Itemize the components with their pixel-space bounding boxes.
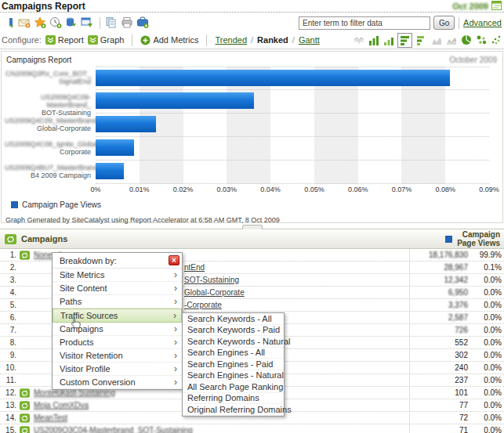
chart-bar-track <box>96 161 489 184</box>
submenu-item[interactable]: Original Referring Domains <box>183 404 284 416</box>
column-chart-icon[interactable] <box>368 34 379 46</box>
save-report-icon[interactable] <box>2 16 16 30</box>
advanced-link[interactable]: Advanced <box>463 18 502 27</box>
breakdown-icon[interactable] <box>20 426 30 433</box>
breakdown-menu-item[interactable]: Paths <box>53 295 182 309</box>
breakdown-icon <box>5 234 16 244</box>
submenu-item[interactable]: Search Engines - Natural <box>183 370 284 382</box>
email-report-icon[interactable] <box>17 16 31 30</box>
breakdown-menu-item[interactable]: Custom Conversion <box>53 376 182 389</box>
chart-bar <box>96 116 156 132</box>
stacked-area-chart-icon[interactable] <box>445 34 457 46</box>
page-views-percent: 0.0% <box>468 426 504 433</box>
campaign-link[interactable]: ntEnd <box>184 263 205 272</box>
breakdown-icon[interactable] <box>20 413 30 423</box>
chart-bar-track <box>96 137 489 161</box>
breakdown-menu-item[interactable]: Traffic Sources <box>53 309 182 323</box>
submenu-item[interactable]: Referring Domains <box>183 393 284 405</box>
page-views-value: 18,176,830 <box>416 251 468 259</box>
add-to-dashboard-icon[interactable] <box>80 16 94 30</box>
submenu-item[interactable]: Search Keywords - Paid <box>183 325 284 337</box>
page-views-value: 12,342 <box>416 276 468 284</box>
breakdown-menu-item[interactable]: Products <box>53 336 182 349</box>
segment-briefcase-icon[interactable] <box>136 16 150 30</box>
horizontal-bar-chart-icon-selected[interactable] <box>397 33 412 48</box>
campaign-link[interactable]: MeanTest <box>34 413 67 422</box>
x-axis-tick-label: 0.08% <box>435 186 455 193</box>
configure-report-button[interactable]: Report <box>45 35 84 45</box>
breakdown-menu-item[interactable]: Campaigns <box>53 323 182 336</box>
page-views-value: 552 <box>416 338 468 347</box>
row-rank: 10. <box>3 363 16 372</box>
page-views-percent: 0.0% <box>468 313 504 322</box>
calendar-icon[interactable] <box>491 0 502 13</box>
campaign-link[interactable]: None <box>34 251 53 259</box>
submenu-arrow-icon <box>174 377 177 388</box>
copy-report-icon[interactable] <box>104 16 118 30</box>
campaign-link[interactable]: Moja ComXDva <box>34 401 89 410</box>
add-metrics-button[interactable]: Add Metrics <box>140 35 198 45</box>
breakdown-menu-item[interactable]: Site Content <box>53 282 182 295</box>
go-button[interactable]: Go <box>433 16 455 30</box>
view-ranked-active[interactable]: Ranked <box>257 35 288 45</box>
view-separator: / <box>292 35 295 45</box>
row-values: 18,176,830 99.9% <box>409 249 504 261</box>
submenu-item[interactable]: Search Keywords - Natural <box>183 336 284 348</box>
column-chart-small-icon[interactable] <box>383 34 394 46</box>
campaign-link[interactable]: Global-Corporate <box>184 288 245 297</box>
campaigns-column-header[interactable]: Campaigns <box>5 234 67 244</box>
export-data-icon[interactable] <box>64 16 78 30</box>
date-range-box[interactable]: Oct 2009 <box>452 0 502 13</box>
submenu-arrow-icon <box>174 350 177 361</box>
filter-input[interactable] <box>299 16 430 30</box>
submenu-item[interactable]: Search Engines - All <box>183 348 284 359</box>
submenu-arrow-icon <box>174 269 177 280</box>
chart-bar-track <box>96 90 489 114</box>
area-chart-icon[interactable] <box>430 34 442 46</box>
view-trended-link[interactable]: Trended <box>215 35 247 45</box>
breakdown-menu-header: Breakdown by: <box>53 253 182 269</box>
row-icon-slot <box>20 388 34 398</box>
horizontal-bar-chart-2-icon[interactable] <box>415 34 427 46</box>
campaign-link[interactable]: SOT-Sustaining <box>184 276 239 284</box>
breakdown-menu-item[interactable]: Visitor Profile <box>53 363 182 376</box>
configure-graph-button[interactable]: Graph <box>88 35 125 45</box>
favorites-icon[interactable] <box>33 16 47 30</box>
schedule-icon[interactable] <box>49 16 63 30</box>
bubble-chart-icon[interactable] <box>475 34 487 46</box>
submenu-item[interactable]: Search Engines - Paid <box>183 359 284 370</box>
page-views-value: 71 <box>416 426 468 433</box>
row-values: 726 0.0% <box>409 324 504 336</box>
row-rank: 2. <box>3 263 16 272</box>
chart-period-label: October 2009 <box>449 56 497 64</box>
scatter-chart-icon[interactable] <box>490 34 502 46</box>
row-rank: 3. <box>3 276 16 284</box>
chart-bar <box>96 163 124 179</box>
print-icon[interactable] <box>120 16 134 30</box>
page-views-percent: 0.0% <box>468 413 504 422</box>
breakdown-icon[interactable] <box>20 388 30 398</box>
chart-type-strip <box>353 33 502 48</box>
view-gantt-link[interactable]: Gantt <box>299 35 320 45</box>
row-values: 77 0.0% <box>409 399 504 411</box>
campaign-link[interactable]: -Corporate <box>184 301 222 309</box>
submenu-item[interactable]: Search Keywords - All <box>183 313 284 325</box>
pie-chart-icon[interactable] <box>460 34 472 46</box>
row-values: 302 0.0% <box>409 349 504 361</box>
metric-column-header[interactable]: Campaign Page Views <box>445 230 500 247</box>
close-icon[interactable] <box>169 255 179 265</box>
table-header: Campaigns Campaign Page Views <box>0 229 504 249</box>
breakdown-icon[interactable] <box>20 401 30 410</box>
breakdown-menu-item[interactable]: Site Metrics <box>53 269 182 282</box>
line-chart-icon[interactable] <box>353 34 364 46</box>
collapse-handle[interactable] <box>242 225 263 229</box>
x-axis-tick-label: 0% <box>90 186 100 193</box>
row-rank: 7. <box>3 326 16 334</box>
panel-divider <box>0 223 504 229</box>
page-views-value: 72 <box>416 413 468 422</box>
submenu-item[interactable]: All Search Page Ranking <box>183 381 284 393</box>
breakdown-icon[interactable] <box>20 251 30 260</box>
campaign-link[interactable]: US2009Q3C04-Masterbrand_SOT-Sustaining <box>34 426 193 433</box>
breakdown-menu-item[interactable]: Visitor Retention <box>53 349 182 363</box>
row-values: 237 0.0% <box>409 374 504 386</box>
